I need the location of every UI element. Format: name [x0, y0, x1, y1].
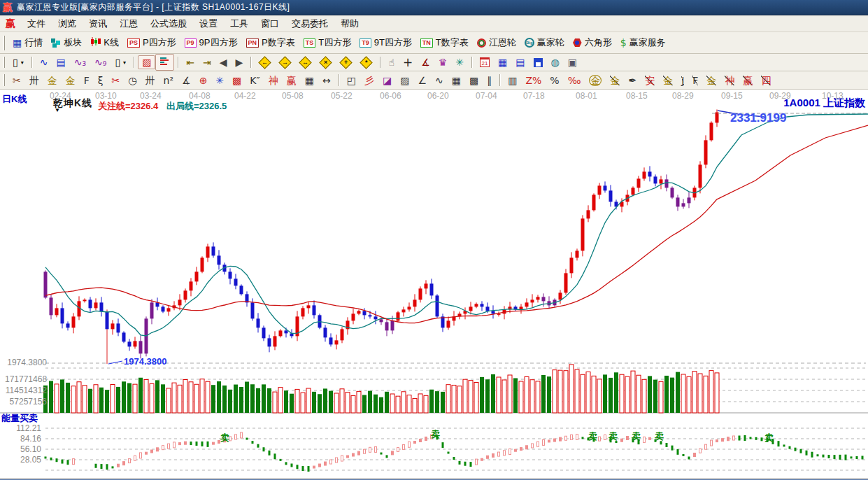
- emperor-tool-button[interactable]: ♛: [434, 55, 452, 69]
- gann-arrow-cross-button[interactable]: ×: [315, 56, 336, 69]
- save-tool-button[interactable]: [529, 56, 547, 69]
- menu-item-trade-order[interactable]: 交易委托: [285, 16, 334, 31]
- gold-grid-2-tool-button[interactable]: 金: [62, 73, 80, 87]
- candle-style-button[interactable]: ▯▾: [111, 55, 130, 69]
- square-grid-tool-button[interactable]: ▦: [448, 73, 465, 87]
- p-square-button[interactable]: PSP四方形: [123, 34, 180, 51]
- gold-line-tool-button[interactable]: 金: [606, 73, 624, 87]
- shen-grid-tool-button[interactable]: 神: [264, 73, 283, 87]
- menu-item-tools[interactable]: 工具: [224, 16, 255, 31]
- menu-item-file[interactable]: 文件: [21, 16, 52, 31]
- menu-item-news[interactable]: 资讯: [83, 16, 113, 31]
- gann-wheel-button[interactable]: 江恩轮: [473, 34, 520, 51]
- an-angle-tool-button[interactable]: 安: [641, 73, 659, 87]
- speed-fan-tool-button[interactable]: ◪: [378, 73, 396, 87]
- square-grid-2-tool-button[interactable]: ▩: [465, 73, 483, 87]
- percent-z-tool-button[interactable]: Z%: [521, 73, 546, 87]
- child-window-icon[interactable]: 赢: [6, 17, 15, 30]
- menu-item-formula-select[interactable]: 公式选股: [144, 16, 193, 31]
- gold-grid-tool-button[interactable]: 金: [43, 73, 62, 87]
- prev-page-icon: ◀: [220, 57, 227, 67]
- chart-area[interactable]: 02-2403-1003-2404-0804-2205-0805-2206-06…: [0, 90, 868, 480]
- winner-service-button[interactable]: $赢家服务: [616, 34, 670, 51]
- permille-tool-button[interactable]: ‰: [564, 73, 585, 87]
- gold-angle-2-tool-button[interactable]: 金: [702, 73, 720, 87]
- kline-style-dropdown-button[interactable]: ▯▾: [8, 55, 28, 69]
- j-angle-tool-button[interactable]: J: [677, 73, 688, 87]
- red-knife-tool-button[interactable]: ✂: [108, 73, 124, 87]
- pattern-star-tool-button[interactable]: ✳: [451, 55, 468, 69]
- gann-arrow-plus-button[interactable]: +: [336, 56, 356, 69]
- wave-3-button[interactable]: ∿₃: [70, 55, 90, 69]
- gann-arrow-left-button[interactable]: ←: [255, 56, 275, 69]
- workstation-tool-button[interactable]: ▣: [564, 55, 581, 69]
- ying-grid-tool-button[interactable]: 赢: [283, 73, 301, 87]
- star-rays-tool-button[interactable]: ✳: [211, 73, 228, 87]
- wave-9-button[interactable]: ∿₉: [90, 55, 111, 69]
- calendar-tool-button[interactable]: 21: [476, 55, 494, 69]
- grid-lines-2-tool-button[interactable]: 卅: [141, 73, 159, 87]
- four-angle-tool-button[interactable]: 四: [757, 73, 775, 87]
- k-notation-tool-button[interactable]: K″: [246, 73, 264, 87]
- crosshair-tool-button[interactable]: +: [399, 55, 417, 69]
- parallel-lines-tool-button[interactable]: ∥: [483, 73, 496, 87]
- gann-arrow-lr-button[interactable]: ↔: [295, 56, 315, 69]
- scale-bars-tool-button[interactable]: ▥: [504, 73, 521, 87]
- angle-slash-tool-button[interactable]: ∡: [178, 73, 195, 87]
- square-of-n-tool-button[interactable]: n²: [159, 73, 178, 87]
- zigzag-wave-tool-button[interactable]: ∿: [431, 73, 448, 87]
- gann-arrow-all-button[interactable]: *: [356, 56, 376, 69]
- kline-button[interactable]: K线: [86, 34, 123, 52]
- price-grid-tool-button[interactable]: ▦: [301, 73, 318, 87]
- ink-pen-tool-button[interactable]: ✒: [624, 73, 641, 87]
- t-square-button[interactable]: TST四方形: [299, 34, 355, 51]
- first-page-button[interactable]: ⇤: [182, 55, 199, 69]
- menu-item-gann[interactable]: 江恩: [113, 16, 144, 31]
- 9p-square-button[interactable]: P99P四方形: [180, 34, 242, 51]
- menu-item-window[interactable]: 窗口: [255, 16, 285, 31]
- distribution-histogram-button[interactable]: [155, 54, 174, 71]
- gold-circle-tool-button[interactable]: 金: [585, 73, 606, 88]
- sectors-button[interactable]: 板块: [47, 34, 86, 51]
- spiral-tool-button[interactable]: ξ: [94, 73, 108, 87]
- red-pattern-button[interactable]: ▨: [138, 55, 155, 69]
- next-page-button[interactable]: ▶: [232, 55, 248, 69]
- kline-chart-canvas[interactable]: [0, 90, 868, 480]
- p-number-table-button[interactable]: PNP数字表: [242, 34, 299, 51]
- gann-arrow-right-button[interactable]: →: [275, 56, 295, 69]
- hand-tool-button[interactable]: ☝: [384, 55, 399, 69]
- notes-tool-button[interactable]: ▤: [511, 55, 529, 69]
- hexagon-button[interactable]: 六角形: [569, 34, 616, 51]
- percent-tool-button[interactable]: %: [546, 73, 563, 87]
- grid-lines-tool-button[interactable]: 卅: [25, 73, 43, 87]
- chevron-down-icon[interactable]: ▼: [55, 107, 60, 113]
- box-corner-tool-button[interactable]: ◰: [343, 73, 360, 87]
- menu-item-settings[interactable]: 设置: [193, 16, 224, 31]
- winner-wheel-button[interactable]: Big赢家轮: [520, 34, 569, 51]
- menu-item-browse[interactable]: 浏览: [52, 16, 83, 31]
- menu-item-help[interactable]: 帮助: [334, 16, 365, 31]
- market-quotes-button[interactable]: ▦行情: [8, 34, 47, 51]
- fan-lines-tool-button[interactable]: 彡: [360, 73, 378, 87]
- shen-angle-tool-button[interactable]: 神: [720, 73, 739, 87]
- ying-angle-tool-button[interactable]: 赢: [739, 73, 757, 87]
- t-number-table-button[interactable]: TNT数字表: [416, 34, 473, 51]
- width-measure-tool-button[interactable]: ↔: [318, 73, 335, 87]
- info-panel-button[interactable]: ▤: [52, 55, 69, 69]
- time-cycle-tool-button[interactable]: ◷: [124, 73, 141, 87]
- network-tool-button[interactable]: ◍: [547, 55, 564, 69]
- last-page-button[interactable]: ⇥: [199, 55, 215, 69]
- gold-angle-tool-button[interactable]: 金: [659, 73, 677, 87]
- prev-page-button[interactable]: ◀: [215, 55, 232, 69]
- fib-grid-tool-button[interactable]: F: [80, 73, 94, 87]
- gann-box-tool-button[interactable]: ▩: [228, 73, 246, 87]
- angle-measure-tool-button[interactable]: ∡: [417, 55, 434, 69]
- compass-knife-tool-button[interactable]: ✂: [8, 73, 25, 87]
- calculator-tool-button[interactable]: ▦: [494, 55, 511, 69]
- f-angle-tool-button[interactable]: F: [688, 73, 702, 87]
- chan-pattern-button[interactable]: ∿: [36, 55, 52, 69]
- gann-circle-tool-button[interactable]: ⊕: [195, 73, 212, 87]
- trend-angle-tool-button[interactable]: ∠: [413, 73, 431, 87]
- 9t-square-button[interactable]: T99T四方形: [355, 34, 416, 51]
- resistance-fan-tool-button[interactable]: ▨: [396, 73, 413, 87]
